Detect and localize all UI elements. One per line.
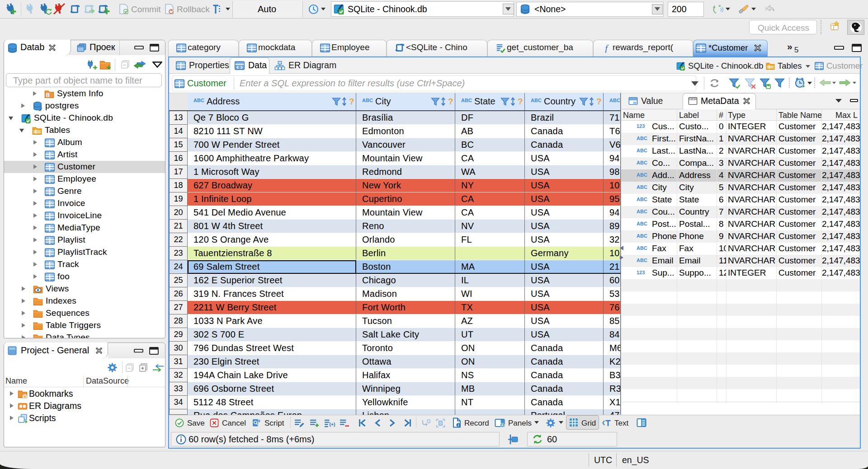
- svg-text:i: i: [458, 423, 459, 427]
- svg-text:(+): (+): [330, 422, 335, 427]
